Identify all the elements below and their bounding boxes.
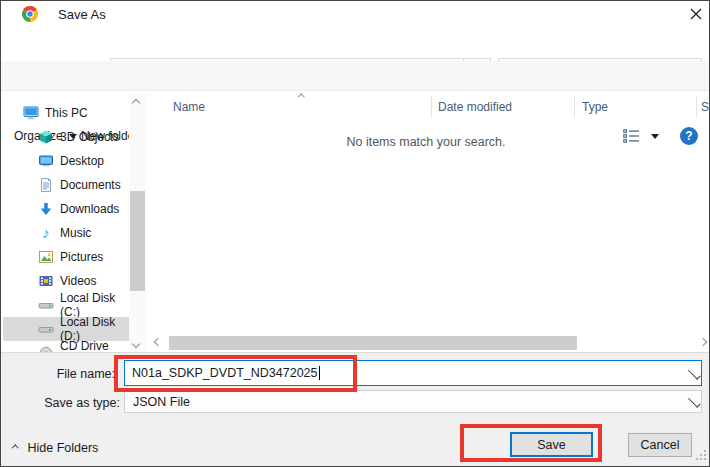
column-header-name[interactable]: Name (173, 100, 205, 114)
chevron-up-icon (12, 445, 18, 451)
window-title: Save As (58, 7, 106, 22)
sidebar-item-local-disk-c[interactable]: Local Disk (C:) (3, 293, 129, 317)
sidebar-item-this-pc[interactable]: This PC (3, 101, 129, 125)
hide-folders-button[interactable]: Hide Folders (13, 441, 98, 455)
sidebar-item-pictures[interactable]: Pictures (3, 245, 129, 269)
cancel-button[interactable]: Cancel (628, 433, 692, 457)
chrome-icon (22, 6, 38, 22)
file-name-value: N01a_SDKP_DVDT_ND3472025 (132, 366, 318, 380)
picture-icon (38, 249, 54, 265)
close-icon[interactable] (687, 6, 705, 22)
scroll-right-icon[interactable] (699, 338, 707, 346)
file-name-dropdown-chevron-icon[interactable] (688, 367, 700, 379)
column-divider (574, 96, 575, 118)
sort-ascending-icon (298, 94, 304, 100)
disk-drive-icon (38, 297, 54, 313)
column-header-date-modified[interactable]: Date modified (438, 100, 512, 114)
sidebar-item-desktop[interactable]: Desktop (3, 149, 129, 173)
sidebar-item-documents[interactable]: Documents (3, 173, 129, 197)
scroll-left-icon[interactable] (154, 338, 162, 346)
save-as-dialog: Save As ← → ↑ « Local Disk (D:) Mimosa o… (0, 0, 710, 467)
disk-drive-icon (38, 321, 54, 337)
column-header-size[interactable]: Size (701, 100, 710, 114)
empty-list-message: No items match your search. (151, 135, 701, 149)
save-as-type-select[interactable]: JSON File (124, 390, 702, 413)
file-name-input[interactable]: N01a_SDKP_DVDT_ND3472025 (124, 360, 702, 386)
desktop-icon (38, 153, 54, 169)
music-note-icon: ♪ (38, 226, 54, 240)
save-as-type-label: Save as type: (1, 396, 120, 410)
command-toolbar: Organize New folder ? (1, 61, 709, 91)
horizontal-scrollbar-thumb[interactable] (169, 336, 577, 350)
sidebar-item-music[interactable]: ♪ Music (3, 221, 129, 245)
navigation-bar: ← → ↑ « Local Disk (D:) Mimosa online Ne… (1, 27, 709, 61)
save-as-type-chevron-icon (688, 395, 700, 407)
sidebar-scrollbar-thumb[interactable] (130, 191, 145, 291)
text-cursor (319, 366, 320, 380)
sidebar-item-videos[interactable]: Videos (3, 269, 129, 293)
video-icon (38, 273, 54, 289)
sidebar-item-downloads[interactable]: Downloads (3, 197, 129, 221)
column-header-type[interactable]: Type (582, 100, 608, 114)
sidebar-item-3d-objects[interactable]: 3D Objects (3, 125, 129, 149)
save-button[interactable]: Save (510, 432, 593, 457)
sidebar-item-local-disk-d[interactable]: Local Disk (D:) (3, 317, 129, 341)
file-name-label: File name: (1, 367, 115, 381)
title-bar: Save As (1, 1, 709, 27)
save-as-type-value: JSON File (133, 395, 190, 409)
resize-grip[interactable] (695, 449, 707, 464)
3d-cube-icon (38, 129, 54, 145)
document-icon (38, 177, 54, 193)
column-divider (696, 96, 697, 118)
column-divider (431, 96, 432, 118)
computer-icon (23, 105, 39, 121)
download-arrow-icon (38, 201, 54, 217)
